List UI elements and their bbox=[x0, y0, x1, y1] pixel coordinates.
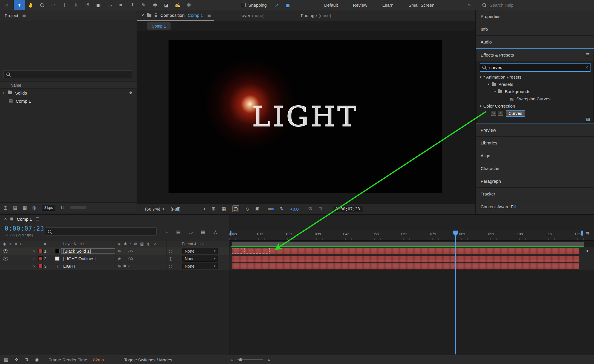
selection-tool-button[interactable]: ➤ bbox=[14, 0, 25, 10]
panel-menu-icon[interactable]: ☰ bbox=[35, 217, 39, 221]
motion-blur-icon[interactable]: ◎ bbox=[213, 229, 218, 235]
region-of-interest-icon[interactable]: ▢ bbox=[232, 205, 239, 212]
parent-dropdown[interactable]: None ▾ bbox=[182, 263, 218, 269]
tree-item-backgrounds[interactable]: ▾ Backgrounds bbox=[476, 88, 594, 95]
quality-switch-icon[interactable]: ∕ bbox=[128, 256, 129, 261]
quality-switch-icon[interactable]: ∕ bbox=[128, 249, 129, 253]
live-update-icon[interactable]: ▦ bbox=[4, 357, 8, 362]
tree-item-curves[interactable]: 32 ≣ Curves bbox=[476, 110, 594, 117]
workspace-overflow-chevrons[interactable]: » bbox=[468, 2, 471, 8]
layer-name-column-label[interactable]: Layer Name bbox=[61, 242, 115, 246]
panel-tab-audio[interactable]: Audio bbox=[476, 36, 594, 48]
layer-name[interactable]: LIGHT bbox=[61, 264, 115, 269]
expander-icon[interactable]: › bbox=[0, 90, 6, 96]
expander-open-icon[interactable]: ▾ bbox=[480, 75, 481, 79]
layer-color-swatch[interactable] bbox=[37, 264, 44, 268]
pickwhip-icon[interactable]: ◎ bbox=[167, 256, 174, 261]
expander-open-icon[interactable]: ▾ bbox=[488, 82, 490, 86]
snap-features-icon[interactable]: ▣ bbox=[282, 0, 293, 10]
view-start-bracket[interactable] bbox=[230, 231, 231, 236]
comp-button-icon[interactable]: ◆ bbox=[586, 249, 588, 253]
fast-previews-icon[interactable]: ▣ bbox=[255, 206, 259, 211]
timeline-search-box[interactable] bbox=[45, 227, 157, 236]
search-help-input[interactable] bbox=[489, 2, 554, 8]
workspace-tab-review[interactable]: Review bbox=[345, 3, 375, 8]
close-tab-icon[interactable]: × bbox=[4, 216, 7, 222]
transparency-grid-icon[interactable]: ▦ bbox=[222, 206, 226, 211]
project-settings-icon[interactable]: ◎ bbox=[32, 205, 36, 210]
graph-editor-icon[interactable]: ◉ bbox=[35, 357, 39, 362]
timeline-tab-label[interactable]: Comp 1 bbox=[17, 217, 32, 222]
layer-expander-icon[interactable]: › bbox=[31, 263, 37, 269]
panel-tab-character[interactable]: Character bbox=[476, 162, 594, 175]
panel-tab-libraries[interactable]: Libraries bbox=[476, 137, 594, 149]
effects-presets-header[interactable]: Effects & Presets ☰ bbox=[476, 49, 594, 61]
solo-column-icon[interactable]: ● bbox=[15, 242, 17, 246]
snap-edges-icon[interactable]: ↗ bbox=[271, 0, 282, 10]
selected-effect-curves[interactable]: Curves bbox=[506, 110, 525, 117]
preview-timecode[interactable]: 0;00;07;23 bbox=[333, 206, 363, 212]
clear-search-icon[interactable]: × bbox=[586, 65, 588, 70]
panel-tab-info[interactable]: Info bbox=[476, 23, 594, 36]
collapse-switch-icon[interactable]: ⊕ bbox=[118, 256, 121, 261]
magnification-dropdown[interactable]: (66,7%) ▾ bbox=[145, 207, 164, 211]
tree-item-sweeping-curves[interactable]: ▧ Sweeping Curves bbox=[476, 95, 594, 102]
rotate-tool-button[interactable]: ↺ bbox=[82, 0, 93, 10]
playhead-line[interactable] bbox=[455, 231, 456, 354]
layer-expander-icon[interactable]: › bbox=[31, 256, 37, 262]
orbit-camera-tool-button[interactable]: ◠ bbox=[48, 0, 59, 10]
composition-active-tab[interactable]: × Composition Comp 1 ☰ bbox=[137, 10, 214, 21]
layer-row-1[interactable]: › 1 [Black Solid 1] ⊕ ∕ fx ◎ None ▾ bbox=[0, 247, 229, 255]
tree-item-presets[interactable]: ▾ Presets bbox=[476, 81, 594, 88]
pickwhip-icon[interactable]: ◎ bbox=[167, 249, 174, 254]
layer-duration-bar-3[interactable] bbox=[232, 263, 579, 269]
panel-tab-preview[interactable]: Preview bbox=[476, 124, 594, 137]
layer-color-swatch[interactable] bbox=[37, 256, 44, 261]
layer-row-2[interactable]: › 2 [LIGHT Outlines] ⊕ ∕ fx ◎ None ▾ bbox=[0, 255, 229, 262]
work-area-bar[interactable] bbox=[232, 242, 584, 247]
interpret-footage-icon[interactable]: ◫ bbox=[3, 205, 8, 210]
auto-keyframe-icon[interactable]: ⇅ bbox=[25, 357, 29, 362]
collapse-switch-icon[interactable]: ⊕ bbox=[118, 249, 121, 253]
audio-column-icon[interactable]: ◁ bbox=[9, 242, 12, 246]
effects-switch-icon[interactable]: fx bbox=[130, 256, 133, 261]
zoom-tool-button[interactable] bbox=[36, 0, 48, 10]
expander-open-icon[interactable]: ▾ bbox=[480, 104, 481, 108]
panel-tab-tracker[interactable]: Tracker bbox=[476, 188, 594, 200]
panel-tab-properties[interactable]: Properties bbox=[476, 10, 594, 23]
time-ruler[interactable]: 0:00s 01s 02s 03s 04s 05s 06s 07s 08s 09… bbox=[229, 230, 594, 241]
clone-stamp-tool-button[interactable]: ✾ bbox=[149, 0, 161, 10]
parent-dropdown[interactable]: None ▾ bbox=[182, 256, 218, 262]
tree-item-animation-presets[interactable]: ▾ * Animation Presets bbox=[476, 73, 594, 81]
footage-tab[interactable]: Footage (none) bbox=[301, 13, 331, 18]
pickwhip-icon[interactable]: ◎ bbox=[167, 264, 174, 269]
expander-open-icon[interactable]: ▾ bbox=[494, 90, 496, 93]
snapshot-icon[interactable]: ✇ bbox=[309, 206, 312, 211]
effects-switch-icon[interactable]: fx bbox=[130, 249, 133, 253]
zoom-slider-knob[interactable] bbox=[239, 358, 242, 361]
pen-tool-button[interactable]: ✒ bbox=[115, 0, 127, 10]
lock-column-icon[interactable]: ◻ bbox=[20, 242, 23, 246]
parent-dropdown[interactable]: None ▾ bbox=[182, 248, 218, 254]
puppet-pin-tool-button[interactable]: ✜ bbox=[183, 0, 195, 10]
zoom-out-mountain-icon[interactable]: ▲ bbox=[231, 358, 233, 361]
view-end-bracket[interactable] bbox=[581, 231, 583, 236]
layer-tab[interactable]: Layer (none) bbox=[239, 13, 265, 18]
quality-switch-icon[interactable]: ∕ bbox=[129, 264, 129, 268]
flowchart-icon[interactable]: ❖ bbox=[15, 357, 18, 362]
visibility-eye-icon[interactable] bbox=[3, 257, 8, 260]
panel-menu-icon[interactable]: ☰ bbox=[22, 13, 26, 18]
dolly-camera-tool-button[interactable]: ⇕ bbox=[70, 0, 82, 10]
zoom-in-mountain-icon[interactable]: ▲ bbox=[267, 357, 271, 362]
panel-menu-icon[interactable]: ☰ bbox=[207, 13, 211, 18]
workspace-tab-default[interactable]: Default bbox=[316, 3, 345, 8]
tree-item-color-correction[interactable]: ▾ Color Correction bbox=[476, 102, 594, 110]
grid-guides-icon[interactable]: ⊞ bbox=[212, 206, 215, 211]
effects-sun-icon[interactable]: ✱ bbox=[123, 264, 126, 268]
resolution-dropdown[interactable]: (Full) ▾ bbox=[171, 207, 205, 211]
comp-marker-bin-icon[interactable]: ▤ bbox=[586, 231, 589, 235]
current-timecode[interactable]: 0;00;07;23 bbox=[5, 225, 44, 232]
new-composition-icon[interactable]: ▦ bbox=[23, 205, 27, 210]
brush-tool-button[interactable]: ✎ bbox=[138, 0, 149, 10]
layer-name[interactable]: [Black Solid 1] bbox=[61, 249, 115, 253]
